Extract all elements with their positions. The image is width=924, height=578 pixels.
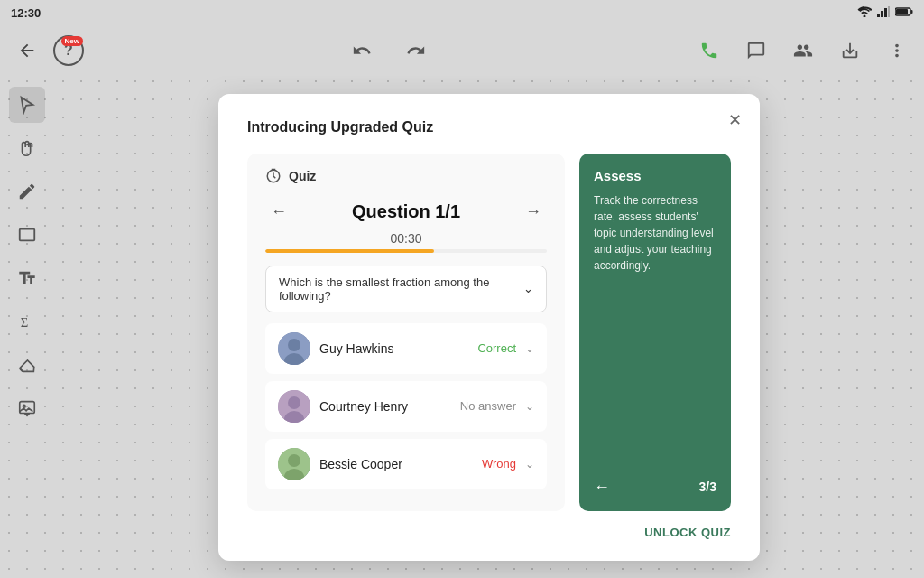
export-button[interactable]	[834, 34, 866, 67]
question-text: Which is the smallest fraction among the…	[279, 275, 523, 303]
student-row[interactable]: Bessie Cooper Wrong ⌄	[265, 439, 547, 489]
svg-rect-1	[881, 11, 883, 17]
student-dropdown-icon-courtney: ⌄	[525, 400, 534, 413]
svg-point-16	[288, 396, 300, 409]
call-button[interactable]	[693, 34, 725, 67]
top-toolbar: ? New	[0, 25, 924, 76]
eraser-tool[interactable]	[9, 347, 45, 383]
assess-description: Track the correctness rate, assess stude…	[594, 192, 716, 274]
assess-counter: 3/3	[699, 480, 716, 494]
timer-fill	[265, 249, 434, 253]
rect-tool[interactable]	[9, 217, 45, 253]
toolbar-left: ? New	[11, 34, 85, 67]
student-row[interactable]: Courtney Henry No answer ⌄	[265, 381, 547, 432]
svg-rect-7	[20, 229, 35, 241]
cursor-tool[interactable]	[9, 87, 45, 123]
student-status-guy: Correct	[477, 341, 516, 355]
left-sidebar: Σ	[0, 76, 54, 578]
dialog-footer: UNLOCK QUIZ	[247, 526, 731, 539]
quiz-dialog: Introducing Upgraded Quiz ✕ Quiz ← Quest…	[218, 94, 760, 561]
next-question-button[interactable]: →	[520, 199, 547, 226]
status-bar: 12:30	[0, 0, 924, 25]
unlock-quiz-button[interactable]: UNLOCK QUIZ	[644, 526, 731, 539]
quiz-label: Quiz	[289, 169, 316, 183]
svg-rect-5	[896, 9, 908, 14]
toolbar-right	[693, 34, 913, 67]
assess-title: Assess	[594, 168, 716, 183]
dialog-title: Introducing Upgraded Quiz	[247, 119, 731, 135]
assess-panel: Assess Track the correctness rate, asses…	[579, 154, 731, 511]
avatar-guy	[278, 332, 310, 365]
svg-point-10	[23, 405, 25, 407]
timer-bar	[265, 249, 547, 253]
signal-icon	[877, 6, 890, 20]
svg-rect-0	[877, 14, 880, 17]
status-icons	[857, 6, 913, 20]
wifi-icon	[857, 6, 872, 20]
group-button[interactable]	[787, 34, 819, 67]
close-button[interactable]: ✕	[728, 112, 742, 128]
student-status-bessie: Wrong	[482, 457, 516, 471]
dropdown-chevron-icon: ⌄	[523, 282, 533, 295]
svg-rect-3	[888, 6, 890, 17]
back-button[interactable]	[11, 34, 43, 67]
battery-icon	[895, 6, 913, 20]
undo-button[interactable]	[346, 34, 378, 67]
formula-tool[interactable]: Σ	[9, 303, 45, 340]
toolbar-center	[85, 34, 693, 67]
avatar-courtney	[278, 390, 310, 423]
timer-display: 00:30	[265, 231, 547, 246]
student-name-bessie: Bessie Cooper	[319, 457, 473, 471]
help-button[interactable]: ? New	[52, 34, 85, 67]
student-name-courtney: Courtney Henry	[319, 399, 451, 414]
question-nav: ← Question 1/1 →	[265, 199, 547, 226]
question-title: Question 1/1	[352, 201, 460, 222]
student-name-guy: Guy Hawkins	[319, 341, 468, 356]
svg-point-19	[288, 454, 300, 467]
student-row[interactable]: Guy Hawkins Correct ⌄	[265, 323, 547, 374]
prev-question-button[interactable]: ←	[265, 199, 292, 226]
help-badge: New	[61, 36, 83, 46]
svg-rect-6	[911, 10, 913, 14]
timer-icon	[265, 168, 282, 184]
media-tool[interactable]	[9, 390, 45, 426]
assess-footer: ← 3/3	[594, 478, 716, 497]
chat-button[interactable]	[740, 34, 772, 67]
timer-container: 00:30	[265, 231, 547, 253]
quiz-header: Quiz	[265, 168, 547, 184]
avatar-bessie	[278, 448, 310, 480]
quiz-panel: Quiz ← Question 1/1 → 00:30 Which is the…	[247, 154, 731, 511]
text-tool[interactable]	[9, 260, 45, 296]
svg-text:Σ: Σ	[21, 315, 29, 330]
redo-button[interactable]	[400, 34, 432, 67]
student-status-courtney: No answer	[460, 399, 516, 413]
assess-prev-button[interactable]: ←	[594, 478, 610, 497]
question-dropdown[interactable]: Which is the smallest fraction among the…	[265, 266, 547, 312]
hand-tool[interactable]	[9, 130, 45, 166]
svg-rect-2	[884, 8, 887, 17]
svg-point-13	[288, 339, 300, 351]
more-button[interactable]	[881, 34, 913, 67]
dialog-overlay: Introducing Upgraded Quiz ✕ Quiz ← Quest…	[54, 76, 924, 578]
student-dropdown-icon-guy: ⌄	[525, 342, 534, 355]
quiz-left: Quiz ← Question 1/1 → 00:30 Which is the…	[247, 154, 565, 511]
student-dropdown-icon-bessie: ⌄	[525, 458, 534, 471]
status-time: 12:30	[11, 6, 41, 20]
pen-tool[interactable]	[9, 173, 45, 210]
